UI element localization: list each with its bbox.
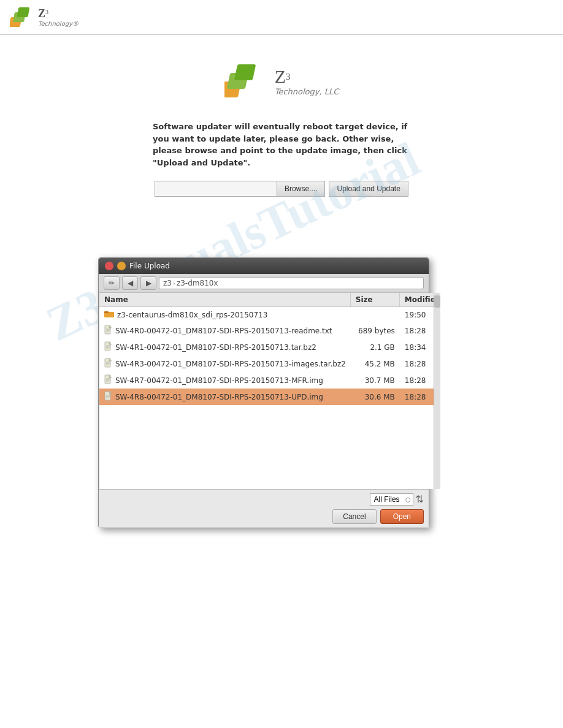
svg-rect-39 xyxy=(104,311,109,313)
file-name-cell: z3-centaurus-dm810x_sdi_rps-20150713 xyxy=(99,308,351,321)
file-icon xyxy=(104,341,112,353)
file-name-cell: SW-4R1-00472-01_DM8107-SDI-RPS-20150713.… xyxy=(99,340,351,354)
files-list: z3-centaurus-dm810x_sdi_rps-2015071319:5… xyxy=(99,307,434,489)
file-path-input[interactable] xyxy=(155,181,277,197)
file-icon xyxy=(104,391,112,403)
table-row[interactable]: z3-centaurus-dm810x_sdi_rps-2015071319:5… xyxy=(99,307,434,322)
svg-rect-5 xyxy=(234,64,256,80)
table-row[interactable]: SW-4R7-00472-01_DM8107-SDI-RPS-20150713-… xyxy=(99,372,434,389)
col-size: Size xyxy=(351,293,400,306)
files-panel: Name Size Modified z3-centaurus-dm810x_s… xyxy=(99,293,434,489)
files-header: Name Size Modified xyxy=(99,293,434,307)
upload-bar: Browse.... Upload and Update xyxy=(155,181,408,197)
cancel-button[interactable]: Cancel xyxy=(332,509,376,524)
toolbar-back-button[interactable]: ✏ xyxy=(104,276,120,290)
filter-row: All Files ⇅ xyxy=(104,493,424,506)
file-name-text: SW-4R0-00472-01_DM8107-SDI-RPS-20150713-… xyxy=(115,327,332,335)
header-logo-text: Z3 Technology® xyxy=(38,7,79,27)
dialog-close-button[interactable] xyxy=(105,262,113,270)
file-name-text: SW-4R7-00472-01_DM8107-SDI-RPS-20150713-… xyxy=(115,376,323,385)
dialog-titlebar: File Upload xyxy=(99,258,429,274)
dialog-title: File Upload xyxy=(129,262,423,270)
file-name-cell: SW-4R0-00472-01_DM8107-SDI-RPS-20150713-… xyxy=(99,324,351,338)
dialog-bottom: All Files ⇅ Cancel Open xyxy=(99,489,429,528)
filter-arrows[interactable]: ⇅ xyxy=(416,493,424,506)
file-modified-cell: 18:28 xyxy=(400,375,434,386)
open-button[interactable]: Open xyxy=(380,509,424,524)
file-modified-cell: 18:34 xyxy=(400,342,434,353)
col-modified: Modified xyxy=(400,293,434,306)
file-name-cell: SW-4R8-00472-01_DM8107-SDI-RPS-20150713-… xyxy=(99,390,351,404)
breadcrumb-dm810x[interactable]: z3-dm810x xyxy=(177,279,218,287)
file-modified-cell: 18:28 xyxy=(400,392,434,403)
file-icon xyxy=(104,374,112,386)
table-row[interactable]: SW-4R8-00472-01_DM8107-SDI-RPS-20150713-… xyxy=(99,389,434,405)
filter-select[interactable]: All Files xyxy=(370,493,413,506)
file-modified-cell: 18:28 xyxy=(400,325,434,336)
file-size-cell: 45.2 MB xyxy=(351,358,400,370)
table-row[interactable]: SW-4R0-00472-01_DM8107-SDI-RPS-20150713-… xyxy=(99,322,434,339)
file-name-cell: SW-4R3-00472-01_DM8107-SDI-RPS-20150713-… xyxy=(99,357,351,371)
table-row[interactable]: SW-4R1-00472-01_DM8107-SDI-RPS-20150713.… xyxy=(99,339,434,355)
breadcrumb-sep-1: › xyxy=(173,280,175,287)
file-name-text: z3-centaurus-dm810x_sdi_rps-20150713 xyxy=(117,311,267,319)
brand-logo: Z3 Technology, LLC xyxy=(224,59,339,102)
table-row[interactable]: SW-4R3-00472-01_DM8107-SDI-RPS-20150713-… xyxy=(99,355,434,372)
file-size-cell: 2.1 GB xyxy=(351,342,400,353)
dialog-actions: Cancel Open xyxy=(104,509,424,524)
file-size-cell: 689 bytes xyxy=(351,325,400,336)
file-size-cell: 30.7 MB xyxy=(351,375,400,386)
col-name: Name xyxy=(99,293,351,306)
main-content: Z3 Technology, LLC Software updater will… xyxy=(0,35,563,233)
brand-logo-icon-large xyxy=(224,59,267,102)
file-name-text: SW-4R8-00472-01_DM8107-SDI-RPS-20150713-… xyxy=(115,393,323,401)
file-upload-dialog: File Upload ✏ ◀ ▶ z3 › z3-dm810x Places … xyxy=(98,257,429,528)
path-breadcrumb: z3 › z3-dm810x xyxy=(159,277,424,289)
upload-update-button[interactable]: Upload and Update xyxy=(329,181,408,197)
file-icon xyxy=(104,358,112,370)
file-name-text: SW-4R1-00472-01_DM8107-SDI-RPS-20150713.… xyxy=(115,343,316,352)
file-name-cell: SW-4R7-00472-01_DM8107-SDI-RPS-20150713-… xyxy=(99,373,351,387)
file-size-cell: 30.6 MB xyxy=(351,392,400,403)
header-logo: Z3 Technology® xyxy=(10,5,79,29)
dialog-minimize-button[interactable] xyxy=(117,262,126,270)
dialog-body: Places Search Recently Used xyxy=(99,293,429,489)
file-name-text: SW-4R3-00472-01_DM8107-SDI-RPS-20150713-… xyxy=(115,360,346,368)
svg-rect-2 xyxy=(17,7,29,17)
toolbar-nav-back[interactable]: ◀ xyxy=(122,276,138,290)
browse-button[interactable]: Browse.... xyxy=(277,181,325,197)
file-modified-cell: 18:28 xyxy=(400,358,434,370)
breadcrumb-z3[interactable]: z3 xyxy=(163,279,172,287)
dialog-toolbar: ✏ ◀ ▶ z3 › z3-dm810x xyxy=(99,274,429,293)
filter-select-wrap: All Files xyxy=(370,493,413,506)
file-size-cell xyxy=(351,314,400,316)
app-header: Z3 Technology® xyxy=(0,0,563,35)
brand-logo-label: Z3 Technology, LLC xyxy=(275,66,339,96)
toolbar-nav-forward[interactable]: ▶ xyxy=(140,276,156,290)
scrollbar[interactable] xyxy=(434,293,440,489)
file-icon xyxy=(104,325,112,336)
description-text: Software updater will eventually reboot … xyxy=(153,121,410,169)
file-modified-cell: 19:50 xyxy=(400,309,434,320)
folder-icon xyxy=(104,309,114,320)
logo-icon xyxy=(10,5,34,29)
